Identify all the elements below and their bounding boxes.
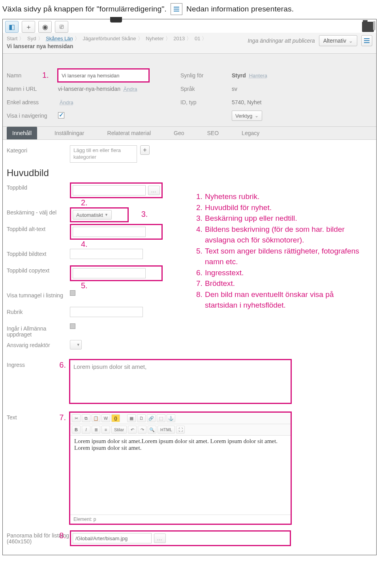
tumnagel-checkbox[interactable] — [70, 290, 75, 296]
rte-ol-icon[interactable]: ≡ — [101, 426, 110, 434]
app-frame: ◧ ＋ ◉ ⎚ Start〉 Syd〉 Skånes Län〉 Jägarefö… — [2, 19, 377, 555]
redaktor-label: Ansvarig redaktör — [7, 340, 70, 348]
rte-toolbar: ✂ ⧉ 📋 W {} ▦ 🗋 🔗 ⬚ ⚓ — [70, 413, 291, 424]
rte-italic-icon[interactable]: I — [82, 426, 90, 434]
rte-redo-icon[interactable]: ↷ — [138, 426, 146, 434]
beskarning-dropdown[interactable]: Automatiskt — [73, 210, 112, 220]
crumb[interactable]: Jägareförbundet Skåne — [83, 36, 136, 41]
assets-panel-button[interactable] — [362, 22, 374, 32]
crumb[interactable]: Start — [7, 36, 17, 41]
namn-input[interactable] — [58, 69, 149, 82]
tab-installningar[interactable]: Inställningar — [49, 127, 90, 139]
tab-geo[interactable]: Geo — [168, 127, 190, 139]
rte-search-icon[interactable]: 🔍 — [148, 426, 156, 434]
rte-toolbar-2: B I ≣ ≡ Stilar ↶ ↷ 🔍 HTML ⛶ — [70, 424, 291, 436]
compare-button[interactable]: ⎚ — [55, 21, 68, 33]
add-kategori-button[interactable]: + — [140, 145, 150, 155]
idtyp-value: 5740, Nyhet — [232, 99, 262, 105]
toppbild-browse-button[interactable]: … — [148, 186, 160, 195]
rich-text-editor: ✂ ⧉ 📋 W {} ▦ 🗋 🔗 ⬚ ⚓ B I — [70, 412, 291, 524]
tumnagel-label: Visa tumnagel i listning — [7, 290, 70, 299]
page-title: Vi lanserar nya hemsidan — [7, 43, 208, 49]
breadcrumbs: Start〉 Syd〉 Skånes Län〉 Jägareförbundet … — [7, 35, 208, 42]
huvudbild-heading: Huvudbild — [7, 167, 372, 178]
tab-innehall[interactable]: Innehåll — [7, 127, 37, 139]
rte-cut-icon[interactable]: ✂ — [72, 414, 81, 422]
ingress-label: Ingress — [7, 362, 25, 368]
namn-label: Namn — [7, 72, 58, 79]
sprak-label: Språk — [180, 86, 232, 92]
crumb[interactable]: 2013 — [173, 36, 185, 41]
rte-anchor-icon[interactable]: ⚓ — [167, 414, 175, 422]
panorama-browse-button[interactable]: … — [154, 534, 166, 543]
scrollbar[interactable] — [373, 21, 375, 30]
form-view-toggle[interactable] — [361, 35, 372, 46]
rte-body[interactable]: Lorem ipsum dolor sit amet.Lorem ipsum d… — [70, 436, 291, 515]
kategori-box[interactable]: Lägg till en eller flera kategorier — [70, 145, 137, 163]
panel-handle-icon[interactable] — [110, 17, 122, 23]
allman-checkbox[interactable] — [70, 323, 75, 329]
rte-pasteword-icon[interactable]: W — [101, 414, 110, 422]
namn-url-value: vi-lanserar-nya-hemsidan — [58, 86, 120, 92]
toppbild-input[interactable] — [73, 185, 146, 195]
text-label: Text — [7, 414, 17, 421]
breadcrumb-bar: Start〉 Syd〉 Skånes Län〉 Jägareförbundet … — [3, 33, 376, 54]
callout-2: 2. — [81, 198, 88, 207]
alternativ-dropdown[interactable]: Alternativ — [319, 35, 357, 46]
publish-status: Inga ändringar att publicera — [248, 38, 315, 44]
allman-label: Ingår i Allmänna uppdraget — [7, 323, 70, 338]
rte-fullscreen-icon[interactable]: ⛶ — [176, 426, 185, 434]
alttext-label: Toppbild alt-text — [7, 224, 70, 232]
intro-before: Växla sidvy på knappen för "formulärredi… — [2, 5, 167, 13]
panel-toggle-button[interactable]: ◧ — [5, 21, 19, 33]
andra-link[interactable]: Ändra — [60, 100, 73, 105]
redaktor-dropdown[interactable] — [70, 340, 82, 349]
copytext-input[interactable] — [73, 268, 146, 278]
alttext-input[interactable] — [73, 227, 146, 237]
add-button[interactable]: ＋ — [22, 21, 35, 33]
ingress-textarea[interactable] — [70, 360, 291, 403]
rte-link-icon[interactable]: 🔗 — [147, 414, 156, 422]
tab-legacy[interactable]: Legacy — [236, 127, 265, 139]
visa-nav-checkbox[interactable] — [58, 112, 64, 118]
crumb[interactable]: Syd — [27, 36, 36, 41]
bildtext-input[interactable] — [70, 249, 143, 259]
rte-unlink-icon[interactable]: ⬚ — [157, 414, 165, 422]
namn-url-label: Namn i URL — [7, 86, 58, 92]
content-form: Kategori Lägg till en eller flera katego… — [3, 140, 376, 555]
hantera-link[interactable]: Hantera — [249, 73, 267, 79]
tab-relaterat[interactable]: Relaterat material — [102, 127, 157, 139]
crumb[interactable]: 01 — [195, 36, 200, 41]
callout-1: 1. — [42, 71, 49, 80]
rte-bold-icon[interactable]: B — [72, 426, 81, 434]
header-form: Namn 1. Namn i URL vi-lanserar-nya-hemsi… — [3, 54, 376, 127]
andra-link[interactable]: Ändra — [124, 86, 137, 92]
rte-status: Element: p — [70, 515, 291, 524]
rubrik-input[interactable] — [70, 307, 143, 317]
toppbild-label: Toppbild — [7, 182, 70, 191]
preview-button[interactable]: ◉ — [38, 21, 52, 33]
crumb[interactable]: Skånes Län — [46, 36, 73, 41]
rte-image-icon[interactable]: ▦ — [127, 414, 136, 422]
rte-undo-icon[interactable]: ↶ — [128, 426, 137, 434]
tabs: Innehåll Inställningar Relaterat materia… — [3, 127, 376, 140]
crumb[interactable]: Nyheter — [146, 36, 164, 41]
rte-html-button[interactable]: HTML — [158, 426, 175, 434]
rte-pastetext-icon[interactable]: {} — [111, 414, 120, 422]
kategori-label: Kategori — [7, 145, 70, 154]
rte-styles-dropdown[interactable]: Stilar — [111, 426, 127, 434]
verktyg-dropdown[interactable]: Verktyg — [232, 111, 262, 121]
tab-seo[interactable]: SEO — [202, 127, 225, 139]
rubrik-label: Rubrik — [7, 307, 70, 315]
synlig-label: Synlig för — [180, 72, 232, 79]
idtyp-label: ID, typ — [180, 99, 232, 105]
panorama-input[interactable] — [73, 533, 152, 543]
rte-ul-icon[interactable]: ≣ — [92, 426, 100, 434]
visa-nav-label: Visa i navigering — [7, 113, 58, 119]
rte-paste-icon[interactable]: 📋 — [92, 414, 100, 422]
synlig-value: Styrd — [232, 72, 246, 79]
rte-copy-icon[interactable]: ⧉ — [82, 414, 90, 422]
callout-4: 4. — [81, 240, 88, 248]
callout-5: 5. — [81, 281, 88, 290]
rte-file-icon[interactable]: 🗋 — [137, 414, 146, 422]
